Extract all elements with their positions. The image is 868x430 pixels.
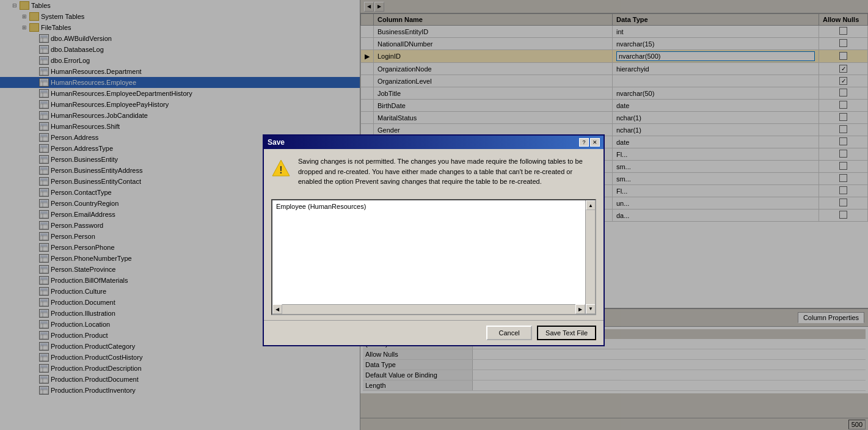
modal-body: ! Saving changes is not permitted. The c… — [264, 149, 604, 194]
scroll-down-btn[interactable]: ▼ — [586, 304, 596, 314]
scroll-up-btn[interactable]: ▲ — [586, 200, 596, 210]
save-dialog: Save ? ✕ ! Saving changes is not permitt… — [263, 134, 605, 346]
cancel-button[interactable]: Cancel — [486, 326, 532, 340]
modal-overlay: Save ? ✕ ! Saving changes is not permitt… — [0, 0, 868, 430]
modal-titlebar-buttons: ? ✕ — [579, 138, 600, 147]
scroll-right2-btn[interactable]: ▶ — [575, 304, 585, 314]
svg-text:!: ! — [279, 165, 282, 175]
scroll-left2-btn[interactable]: ◀ — [272, 304, 282, 314]
modal-footer: Cancel Save Text File — [264, 320, 604, 345]
modal-list-area: Employee (HumanResources) ▲ ▼ ◀ ▶ — [271, 199, 596, 315]
warning-icon: ! — [271, 159, 291, 178]
list-item: Employee (HumanResources) — [276, 203, 591, 210]
modal-list-content: Employee (HumanResources) — [272, 200, 595, 213]
save-text-button[interactable]: Save Text File — [537, 326, 596, 340]
modal-titlebar: Save ? ✕ — [264, 136, 604, 149]
modal-close-btn[interactable]: ✕ — [590, 138, 600, 147]
modal-title: Save — [268, 138, 285, 147]
modal-message: Saving changes is not permitted. The cha… — [298, 156, 596, 187]
modal-help-btn[interactable]: ? — [579, 138, 589, 147]
modal-scrollbar-v[interactable]: ▲ ▼ — [585, 200, 595, 314]
modal-scrollbar-h[interactable]: ◀ ▶ — [272, 304, 585, 314]
